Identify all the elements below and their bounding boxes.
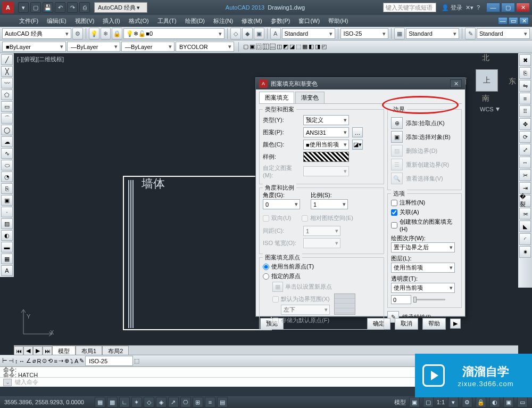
separate-check[interactable] xyxy=(391,222,397,229)
viewcube[interactable]: 北 西 东 南 上 WCS ▾ xyxy=(460,53,513,107)
mlstyle-combo[interactable]: Standard xyxy=(477,28,530,39)
close-button[interactable]: ✕ xyxy=(516,3,530,12)
vp1-icon[interactable]: ▢ xyxy=(243,43,248,50)
join-icon[interactable]: ⫘ xyxy=(519,208,531,219)
qv-icon[interactable]: ▣ xyxy=(409,397,420,407)
vp13-icon[interactable]: ◰ xyxy=(321,43,327,50)
login-link[interactable]: 👤 登录 xyxy=(442,4,462,12)
menu-window[interactable]: 窗口(W) xyxy=(295,16,323,26)
vp12-icon[interactable]: ◨ xyxy=(315,43,320,50)
color-select[interactable]: ■ 使用当前项 xyxy=(303,140,349,150)
exchange-icon[interactable]: ✕▾ xyxy=(466,4,473,11)
tbtn-b[interactable]: ◆ xyxy=(242,28,253,39)
angle-select[interactable]: 0 xyxy=(263,199,300,209)
revcloud-icon[interactable]: ☁ xyxy=(1,136,13,147)
lw-combo[interactable]: — ByLayer xyxy=(67,42,120,52)
otrack-toggle[interactable]: ↗ xyxy=(168,397,179,407)
stretch-icon[interactable]: ↔ xyxy=(519,157,531,168)
extend-icon[interactable]: ⇥ xyxy=(519,182,531,194)
annoscale-icon[interactable]: ▾ xyxy=(448,397,459,407)
iso-icon[interactable]: ▣ xyxy=(503,397,514,407)
explode-icon[interactable]: ✷ xyxy=(519,246,531,258)
chamfer-icon[interactable]: ◣ xyxy=(519,221,531,232)
offset-icon[interactable]: ≡ xyxy=(519,93,531,104)
layer-select[interactable]: 使用当前项 xyxy=(391,263,455,273)
transparency-slider[interactable] xyxy=(413,299,445,300)
model-button[interactable]: 模型 xyxy=(394,398,406,406)
vp10-icon[interactable]: ▦ xyxy=(302,43,307,50)
qat-save-icon[interactable]: 💾 xyxy=(43,2,53,13)
vp7-icon[interactable]: ◩ xyxy=(283,43,288,50)
tab-hatch[interactable]: 图案填充 xyxy=(259,92,294,103)
vp3-icon[interactable]: ⿴ xyxy=(256,44,262,50)
snap-toggle[interactable]: ▦ xyxy=(95,397,105,407)
polygon-icon[interactable]: ⬠ xyxy=(1,89,13,100)
qv2-icon[interactable]: ▢ xyxy=(423,397,434,407)
pattern-browse-button[interactable]: … xyxy=(352,127,363,137)
add-select-objects-button[interactable]: ▣添加:选择对象(B) xyxy=(391,131,458,143)
menu-edit[interactable]: 编辑(E) xyxy=(44,16,70,26)
ortho-toggle[interactable]: ∟ xyxy=(119,397,130,407)
clean-icon[interactable]: ▭ xyxy=(517,397,528,407)
vp11-icon[interactable]: ◧ xyxy=(309,43,314,50)
ws-settings-icon[interactable]: ⚙ xyxy=(72,28,83,39)
viewcube-top[interactable]: 上 xyxy=(476,69,498,92)
3dosnap-toggle[interactable]: ◈ xyxy=(156,397,167,407)
ws-icon[interactable]: ⚙ xyxy=(462,397,472,407)
lwt-toggle[interactable]: ≡ xyxy=(205,397,215,407)
lock-icon[interactable]: 🔒 xyxy=(112,28,122,39)
menu-insert[interactable]: 插入(I) xyxy=(99,16,123,26)
add-pick-points-button[interactable]: ⊕添加:拾取点(K) xyxy=(391,117,458,129)
menu-file[interactable]: 文件(F) xyxy=(16,16,41,26)
vp2-icon[interactable]: ▣ xyxy=(250,43,255,50)
qat-undo-icon[interactable]: ↶ xyxy=(55,2,65,13)
color-swatch-button[interactable]: ◪▾ xyxy=(352,140,363,150)
qat-redo-icon[interactable]: ↷ xyxy=(67,2,78,13)
table-icon[interactable]: ▦ xyxy=(1,254,13,264)
qat-new-icon[interactable]: ▾ xyxy=(18,2,29,13)
dim4-icon[interactable]: ↔ xyxy=(19,358,25,364)
dim5-icon[interactable]: ∠ xyxy=(26,357,31,364)
vp5-icon[interactable]: ⿳ xyxy=(270,44,276,50)
dim6-icon[interactable]: ⌀ xyxy=(32,357,36,364)
dim1-icon[interactable]: ⊢ xyxy=(2,357,7,364)
qat-print-icon[interactable]: ⎙ xyxy=(79,2,90,13)
dim13-icon[interactable]: ⤵ xyxy=(70,358,73,364)
insert-icon[interactable]: ⎘ xyxy=(1,183,13,194)
type-select[interactable]: 预定义 xyxy=(303,115,349,125)
vp6-icon[interactable]: ◫ xyxy=(277,43,282,50)
ducs-toggle[interactable]: ⎔ xyxy=(180,397,191,407)
copy-icon[interactable]: ⎘ xyxy=(519,67,531,79)
dyn-toggle[interactable]: ⊞ xyxy=(193,397,203,407)
grid-toggle[interactable]: ▩ xyxy=(107,397,118,407)
mdi-close[interactable]: ✕ xyxy=(519,17,529,25)
tab-prev[interactable]: ◀ xyxy=(23,346,33,356)
vp4-icon[interactable]: ⿲ xyxy=(263,44,269,50)
tbtn-a[interactable]: ◇ xyxy=(230,28,241,39)
textstyle-combo[interactable]: Standard xyxy=(282,28,335,39)
arc-icon[interactable]: ⌒ xyxy=(1,113,13,124)
mlstyle-icon[interactable]: ✎ xyxy=(465,28,476,39)
pline-icon[interactable]: 〰 xyxy=(1,78,13,88)
draworder-select[interactable]: 置于边界之后 xyxy=(391,242,455,252)
rect-icon[interactable]: ▭ xyxy=(1,101,13,112)
tab-first[interactable]: ⏮ xyxy=(14,346,23,356)
hw-icon[interactable]: ◐ xyxy=(489,397,500,407)
textstyle-icon[interactable]: A xyxy=(270,28,281,39)
spline-icon[interactable]: ∿ xyxy=(1,148,13,159)
transparency-value[interactable]: 0 xyxy=(391,295,411,304)
tablestyle-combo[interactable]: Standard xyxy=(406,28,459,39)
search-input[interactable]: 键入关键字或短语 xyxy=(383,3,436,12)
lock-ui-icon[interactable]: 🔒 xyxy=(476,397,486,407)
gradient-icon[interactable]: ◐ xyxy=(1,230,13,241)
vp9-icon[interactable]: ⬚ xyxy=(296,43,301,50)
coord-display[interactable]: 3595.3896, 2558.9293, 0.0000 xyxy=(4,399,84,405)
xline-icon[interactable]: ╳ xyxy=(1,66,13,77)
osnap-toggle[interactable]: ◇ xyxy=(144,397,154,407)
mdi-restore[interactable]: ▭ xyxy=(509,17,518,25)
sample-swatch[interactable] xyxy=(303,152,349,162)
pattern-select[interactable]: ANSI31 xyxy=(303,127,349,137)
tab-next[interactable]: ▶ xyxy=(33,346,43,356)
app-logo[interactable]: A xyxy=(2,2,14,13)
dim9-icon[interactable]: ⟲ xyxy=(48,357,53,364)
